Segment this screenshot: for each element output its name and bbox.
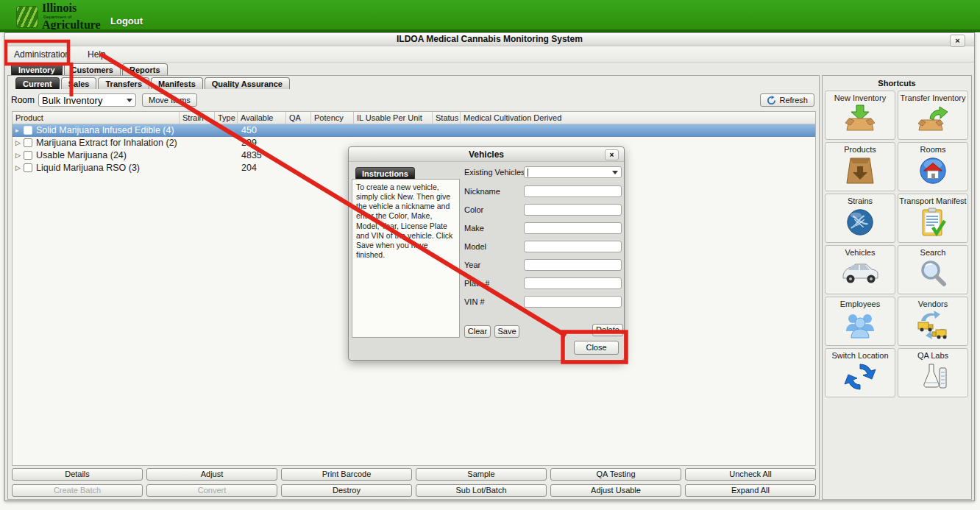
print-barcode-button[interactable]: Print Barcode — [281, 468, 412, 481]
table-row[interactable]: ▸ Solid Marijuana Infused Edible (4) 450 — [13, 124, 815, 137]
delete-button[interactable]: Delete — [592, 324, 623, 336]
shortcut-transport-manifest[interactable]: Transport Manifest — [898, 194, 968, 243]
page: Illinois Department of Agriculture Logou… — [0, 0, 980, 510]
model-field[interactable] — [524, 241, 622, 252]
shortcut-employees[interactable]: Employees — [825, 297, 895, 346]
strains-icon — [845, 207, 876, 238]
chevron-down-icon — [127, 99, 132, 102]
subtab-manifests[interactable]: Manifests — [151, 77, 203, 89]
shortcut-products[interactable]: Products — [825, 142, 895, 191]
product-name: Usable Marijuana (24) — [36, 149, 127, 162]
create-batch-button: Create Batch — [12, 484, 143, 497]
color-field[interactable] — [524, 204, 622, 216]
subtab-sales[interactable]: Sales — [61, 77, 97, 89]
adjust-usable-button[interactable]: Adjust Usable — [550, 484, 681, 497]
sub-lot-batch-button[interactable]: Sub Lot/Batch — [416, 484, 547, 497]
tab-inventory[interactable]: Inventory — [11, 63, 63, 75]
close-button[interactable]: Close — [574, 341, 619, 355]
clear-button[interactable]: Clear — [464, 325, 491, 338]
row-checkbox[interactable] — [24, 151, 32, 160]
menu-item-help[interactable]: Help — [85, 48, 109, 61]
shortcuts-panel: Shortcuts New Inventory Transfer Invento… — [822, 75, 972, 500]
expand-triangle-icon[interactable]: ▷ — [15, 137, 21, 149]
product-name: Marijuana Extract for Inhalation (2) — [36, 137, 177, 149]
save-button[interactable]: Save — [494, 325, 519, 338]
subtab-transfers[interactable]: Transfers — [98, 77, 149, 89]
year-field[interactable] — [524, 259, 622, 271]
expand-triangle-icon[interactable]: ▸ — [15, 124, 19, 137]
existing-vehicles-combobox[interactable] — [524, 166, 622, 178]
make-field[interactable] — [524, 222, 622, 234]
product-name: Liquid Marijuana RSO (3) — [36, 162, 140, 174]
agriculture-logo-icon — [16, 6, 38, 28]
main-tab-strip: Inventory Customers Reports — [5, 63, 974, 75]
details-button[interactable]: Details — [12, 468, 143, 481]
shortcut-transfer-inventory[interactable]: Transfer Inventory — [898, 91, 968, 140]
available-value: 4835 — [241, 149, 262, 162]
logout-button[interactable]: Logout — [110, 15, 143, 26]
transfer-inventory-icon — [917, 104, 949, 133]
available-value: 450 — [241, 124, 257, 137]
tab-customers[interactable]: Customers — [64, 63, 121, 75]
dialog-close-icon[interactable]: × — [605, 149, 619, 160]
col-medical-cultivation-derived: Medical Cultivation Derived — [461, 112, 815, 124]
move-items-button[interactable]: Move Items — [142, 93, 197, 107]
shortcut-strains[interactable]: Strains — [825, 194, 895, 243]
destroy-button[interactable]: Destroy — [281, 484, 412, 497]
chevron-down-icon — [612, 171, 618, 174]
col-potency: Potency — [311, 112, 354, 124]
vin-number-label: VIN # — [464, 297, 524, 306]
instructions-text: To create a new vehicle, simply click Ne… — [352, 179, 460, 338]
tab-instructions[interactable]: Instructions — [355, 167, 415, 179]
make-row: Make — [464, 222, 622, 235]
menu-item-administration[interactable]: Administration — [11, 48, 73, 61]
employees-icon — [844, 310, 876, 341]
col-product: Product — [13, 112, 180, 124]
sample-button[interactable]: Sample — [416, 468, 547, 481]
vin-number-field[interactable] — [524, 296, 622, 308]
shortcut-switch-location[interactable]: Switch Location — [825, 348, 895, 397]
vendors-icon — [915, 310, 951, 341]
qa-testing-button[interactable]: QA Testing — [550, 468, 681, 481]
window-close-icon[interactable]: × — [950, 35, 965, 47]
shortcut-vendors[interactable]: Vendors — [898, 297, 968, 346]
subtab-quality-assurance[interactable]: Quality Assurance — [205, 77, 290, 89]
room-select-value: Bulk Inventory — [42, 95, 125, 106]
row-checkbox[interactable] — [24, 126, 32, 135]
plate-number-field[interactable] — [524, 277, 622, 289]
available-value: 299 — [241, 137, 257, 149]
model-row: Model — [464, 240, 622, 253]
tab-reports[interactable]: Reports — [122, 63, 168, 75]
expand-triangle-icon[interactable]: ▷ — [15, 162, 21, 174]
shortcut-search[interactable]: Search — [898, 245, 968, 294]
room-select[interactable]: Bulk Inventory — [38, 93, 136, 107]
product-name: Solid Marijuana Infused Edible (4) — [36, 124, 174, 137]
subtab-current[interactable]: Current — [15, 77, 60, 89]
room-toolbar: Room Bulk Inventory Move Items Refresh — [11, 93, 817, 107]
col-strain: Strain — [180, 112, 215, 124]
shortcut-qa-labs[interactable]: QA Labs — [898, 348, 968, 397]
row-checkbox[interactable] — [24, 163, 32, 172]
adjust-button[interactable]: Adjust — [146, 468, 277, 481]
color-label: Color — [464, 205, 524, 214]
shortcut-rooms[interactable]: Rooms — [898, 142, 968, 191]
vehicles-dialog-title: Vehicles — [349, 147, 624, 162]
shortcut-new-inventory[interactable]: New Inventory — [825, 91, 895, 140]
window-title: ILDOA Medical Cannabis Monitoring System — [397, 34, 583, 44]
transport-manifest-icon — [917, 207, 949, 238]
switch-location-icon — [844, 361, 876, 392]
refresh-button[interactable]: Refresh — [760, 93, 814, 107]
model-label: Model — [464, 242, 524, 251]
row-checkbox[interactable] — [24, 138, 32, 147]
shortcut-vehicles[interactable]: Vehicles — [825, 245, 895, 294]
new-inventory-icon — [844, 104, 876, 133]
nickname-field[interactable] — [524, 185, 622, 197]
site-header: Illinois Department of Agriculture Logou… — [0, 0, 980, 29]
shortcuts-title: Shortcuts — [823, 76, 971, 88]
expand-triangle-icon[interactable]: ▷ — [15, 149, 21, 162]
text-caret — [528, 169, 528, 177]
table-header: Product Strain Type Available QA Potency… — [13, 112, 815, 124]
expand-all-button[interactable]: Expand All — [685, 484, 816, 497]
shortcut-grid: New Inventory Transfer Inventory — [825, 91, 970, 397]
uncheck-all-button[interactable]: Uncheck All — [685, 468, 816, 481]
